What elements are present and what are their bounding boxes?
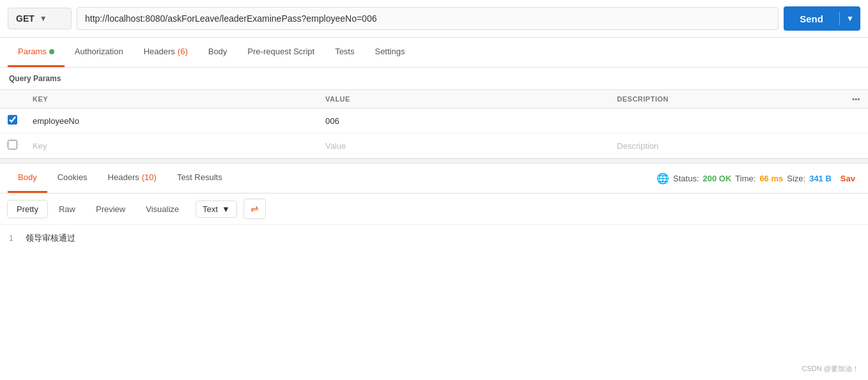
text-type-chevron-icon: ▼: [222, 204, 230, 214]
tab-prerequest[interactable]: Pre-request Script: [237, 38, 325, 67]
response-status-area: 🌐 Status: 200 OK Time: 66 ms Size: 341 B…: [656, 167, 860, 190]
tab-authorization-label: Authorization: [75, 47, 123, 56]
preview-button[interactable]: Preview: [87, 201, 134, 218]
tab-response-body-label: Body: [18, 172, 37, 182]
send-label: Send: [784, 13, 839, 24]
text-type-label: Text: [203, 204, 218, 214]
top-bar: GET ▼ Send ▼: [0, 0, 868, 38]
row-key-cell: employeeNo: [25, 109, 318, 133]
empty-checkbox-cell: [0, 133, 25, 158]
row-checkbox[interactable]: [8, 115, 17, 125]
tab-settings[interactable]: Settings: [364, 38, 415, 67]
tab-headers-label: Headers: [144, 47, 175, 56]
value-placeholder: Value: [325, 141, 346, 151]
table-row: employeeNo 006: [0, 109, 868, 133]
params-dot: [49, 49, 54, 54]
query-params-label: Query Params: [0, 68, 868, 89]
raw-button[interactable]: Raw: [50, 201, 84, 218]
tab-test-results-label: Test Results: [177, 172, 222, 182]
col-value-header: VALUE: [318, 90, 609, 109]
col-actions-header: •••: [844, 90, 868, 109]
line-number-1: 1: [9, 234, 13, 243]
params-table: KEY VALUE DESCRIPTION ••• employeeNo 006: [0, 89, 868, 158]
tab-response-headers[interactable]: Headers (10): [98, 163, 167, 193]
tab-body[interactable]: Body: [198, 38, 238, 67]
empty-value-cell[interactable]: Value: [318, 133, 609, 158]
row-key-value: employeeNo: [33, 116, 79, 126]
key-placeholder: Key: [33, 141, 47, 151]
size-value: 341 B: [809, 174, 832, 183]
visualize-button[interactable]: Visualize: [137, 201, 188, 218]
text-type-selector[interactable]: Text ▼: [196, 201, 237, 218]
desc-placeholder: Description: [617, 141, 658, 151]
tab-headers[interactable]: Headers (6): [134, 38, 198, 67]
query-params-section: Query Params KEY VALUE DESCRIPTION ••• e…: [0, 68, 868, 158]
time-label: Time:: [735, 174, 756, 183]
response-body: 1 领导审核通过: [0, 225, 868, 252]
row-value-cell: 006: [318, 109, 609, 133]
tab-test-results[interactable]: Test Results: [167, 163, 233, 193]
send-button[interactable]: Send ▼: [784, 6, 860, 31]
save-button[interactable]: Sav: [835, 174, 860, 183]
url-input[interactable]: [77, 7, 779, 30]
status-label: Status:: [673, 174, 699, 183]
tab-response-headers-badge: (10): [142, 172, 157, 182]
wrap-icon: ⇌: [251, 203, 259, 214]
response-text-1: 领导审核通过: [26, 233, 75, 243]
col-desc-header: DESCRIPTION: [609, 90, 844, 109]
params-table-header: KEY VALUE DESCRIPTION •••: [0, 90, 868, 109]
response-tabs-bar: Body Cookies Headers (10) Test Results 🌐…: [0, 163, 868, 194]
method-selector[interactable]: GET ▼: [8, 8, 72, 29]
method-label: GET: [16, 13, 35, 24]
empty-desc-cell[interactable]: Description: [609, 133, 844, 158]
tab-tests-label: Tests: [335, 47, 354, 56]
col-checkbox: [0, 90, 25, 109]
col-key-header: KEY: [25, 90, 318, 109]
size-label: Size:: [787, 174, 805, 183]
tab-response-body[interactable]: Body: [8, 163, 47, 193]
tab-settings-label: Settings: [375, 47, 405, 56]
tab-body-label: Body: [208, 47, 228, 56]
row-desc-cell: [609, 109, 844, 133]
empty-key-cell[interactable]: Key: [25, 133, 318, 158]
row-value-value: 006: [325, 116, 339, 126]
globe-icon: 🌐: [656, 172, 669, 185]
send-chevron-icon: ▼: [840, 14, 860, 23]
tab-response-headers-label: Headers: [108, 172, 139, 182]
empty-actions-cell: [844, 133, 868, 158]
table-row-empty: Key Value Description: [0, 133, 868, 158]
row-checkbox-cell: [0, 109, 25, 133]
tab-tests[interactable]: Tests: [325, 38, 364, 67]
tab-authorization[interactable]: Authorization: [65, 38, 134, 67]
tab-headers-badge: (6): [178, 47, 188, 56]
tab-cookies-label: Cookies: [58, 172, 88, 182]
status-value: 200 OK: [703, 174, 732, 183]
format-bar: Pretty Raw Preview Visualize Text ▼ ⇌: [0, 194, 868, 225]
row-actions-cell: [844, 109, 868, 133]
wrap-button[interactable]: ⇌: [244, 199, 266, 219]
response-line-1: 1 领导审核通过: [9, 232, 859, 244]
tab-cookies[interactable]: Cookies: [47, 163, 98, 193]
time-value: 66 ms: [759, 174, 783, 183]
pretty-button[interactable]: Pretty: [8, 201, 47, 218]
empty-row-checkbox[interactable]: [8, 140, 17, 149]
request-tabs-bar: Params Authorization Headers (6) Body Pr…: [0, 38, 868, 68]
tab-params[interactable]: Params: [8, 38, 65, 67]
tab-params-label: Params: [18, 47, 47, 56]
tab-prerequest-label: Pre-request Script: [247, 47, 314, 56]
method-chevron-icon: ▼: [40, 14, 47, 23]
section-divider: [0, 158, 868, 163]
